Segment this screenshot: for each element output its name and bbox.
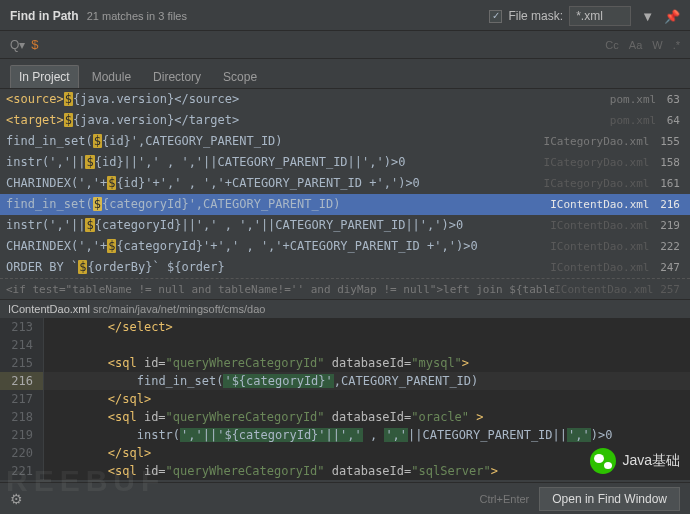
- file-path-row: IContentDao.xml src/main/java/net/mingso…: [0, 299, 690, 318]
- path-directory: src/main/java/net/mingsoft/cms/dao: [93, 303, 265, 315]
- editor-line[interactable]: 214: [0, 336, 690, 354]
- editor-line[interactable]: 217 </sql>: [0, 390, 690, 408]
- search-input[interactable]: $: [31, 37, 605, 52]
- tab-scope[interactable]: Scope: [214, 65, 266, 88]
- result-row[interactable]: CHARINDEX(','+${id}'+',' , ','+CATEGORY_…: [0, 173, 690, 194]
- dialog-footer: ⚙ Ctrl+Enter Open in Find Window: [0, 482, 690, 514]
- tab-module[interactable]: Module: [83, 65, 140, 88]
- dialog-header: Find in Path 21 matches in 3 files File …: [0, 0, 690, 31]
- result-row[interactable]: instr(','||${id}||',' , ','||CATEGORY_PA…: [0, 152, 690, 173]
- editor-line[interactable]: 216 find_in_set('${categoryId}',CATEGORY…: [0, 372, 690, 390]
- result-row[interactable]: <target>${java.version}</target>pom.xml …: [0, 110, 690, 131]
- editor-line[interactable]: 221 <sql id="queryWhereCategoryId" datab…: [0, 462, 690, 480]
- editor-line[interactable]: 220 </sql>: [0, 444, 690, 462]
- path-filename: IContentDao.xml: [8, 303, 90, 315]
- result-row[interactable]: find_in_set(${categoryId}',CATEGORY_PARE…: [0, 194, 690, 215]
- tab-in-project[interactable]: In Project: [10, 65, 79, 88]
- editor-line[interactable]: 219 instr(','||'${categoryId}'||',' , ',…: [0, 426, 690, 444]
- opt-words[interactable]: W: [652, 39, 662, 51]
- dialog-title: Find in Path: [10, 9, 79, 23]
- search-icon: Q▾: [10, 38, 25, 52]
- gear-icon[interactable]: ⚙: [10, 491, 23, 507]
- result-row[interactable]: CHARINDEX(','+${categoryId}'+',' , ','+C…: [0, 236, 690, 257]
- scope-tabs: In ProjectModuleDirectoryScope: [0, 59, 690, 89]
- result-row[interactable]: ORDER BY `${orderBy}` ${order}IContentDa…: [0, 257, 690, 278]
- results-list[interactable]: <source>${java.version}</source>pom.xml …: [0, 89, 690, 299]
- search-options: Cc Aa W .*: [605, 39, 680, 51]
- preview-editor[interactable]: 213 </select>214215 <sql id="queryWhereC…: [0, 318, 690, 480]
- file-mask-label: File mask:: [508, 9, 563, 23]
- header-tools: ▼ 📌: [641, 9, 680, 24]
- opt-exact[interactable]: Aa: [629, 39, 642, 51]
- match-count: 21 matches in 3 files: [87, 10, 490, 22]
- result-row[interactable]: <source>${java.version}</source>pom.xml …: [0, 89, 690, 110]
- pin-icon[interactable]: 📌: [664, 9, 680, 24]
- file-mask-input[interactable]: [569, 6, 631, 26]
- file-mask-checkbox[interactable]: [489, 10, 502, 23]
- search-row: Q▾ $ Cc Aa W .*: [0, 31, 690, 59]
- file-mask-group: File mask:: [489, 6, 631, 26]
- tab-directory[interactable]: Directory: [144, 65, 210, 88]
- editor-line[interactable]: 213 </select>: [0, 318, 690, 336]
- truncated-result-row[interactable]: <if test="tableName != null and tableNam…: [0, 278, 690, 299]
- editor-line[interactable]: 218 <sql id="queryWhereCategoryId" datab…: [0, 408, 690, 426]
- opt-regex[interactable]: .*: [673, 39, 680, 51]
- filter-icon[interactable]: ▼: [641, 9, 654, 24]
- editor-line[interactable]: 215 <sql id="queryWhereCategoryId" datab…: [0, 354, 690, 372]
- opt-case[interactable]: Cc: [605, 39, 618, 51]
- result-row[interactable]: find_in_set(${id}',CATEGORY_PARENT_ID)IC…: [0, 131, 690, 152]
- result-row[interactable]: instr(','||${categoryId}||',' , ','||CAT…: [0, 215, 690, 236]
- open-find-window-button[interactable]: Open in Find Window: [539, 487, 680, 511]
- shortcut-hint: Ctrl+Enter: [479, 493, 529, 505]
